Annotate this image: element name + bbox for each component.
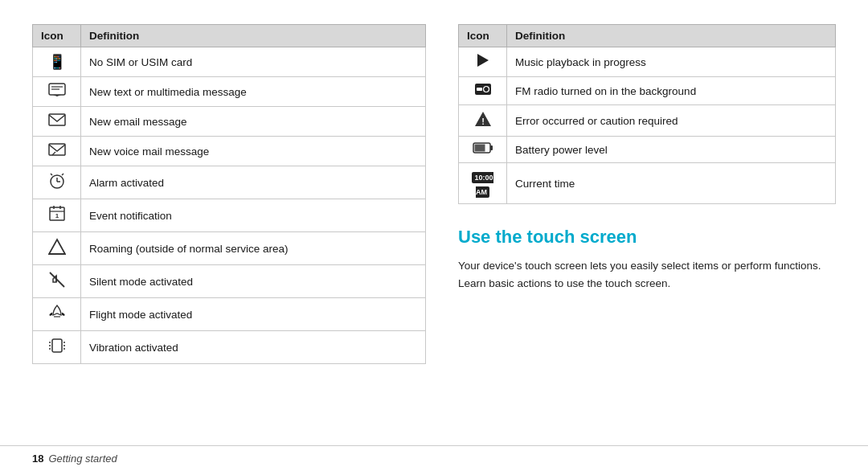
def-radio: FM radio turned on in the background <box>507 77 836 105</box>
def-alarm: Alarm activated <box>81 166 426 199</box>
left-col-definition: Definition <box>81 25 426 47</box>
svg-rect-33 <box>490 145 493 150</box>
table-row: ! Error occurred or caution required <box>459 105 836 137</box>
svg-line-17 <box>50 272 64 287</box>
def-sms: New text or multimedia message <box>81 77 426 107</box>
footer-page-number: 18 <box>32 453 43 465</box>
icon-vibration <box>33 331 81 364</box>
def-event: Event notification <box>81 199 426 232</box>
table-row: New voice mail message <box>33 137 426 166</box>
icon-voicemail <box>33 137 81 166</box>
left-col-icon: Icon <box>33 25 81 47</box>
table-row: Battery power level <box>459 137 836 163</box>
right-panel: Icon Definition Music playback in progre… <box>458 24 836 429</box>
icon-silent <box>33 265 81 298</box>
svg-rect-28 <box>477 88 482 91</box>
table-row: FM radio turned on in the background <box>459 77 836 105</box>
svg-marker-25 <box>477 54 489 67</box>
def-no-sim: No SIM or USIM card <box>81 47 426 77</box>
left-icon-table-panel: Icon Definition 📱 No SIM or USIM card <box>32 24 426 429</box>
footer-section-label: Getting started <box>48 453 117 465</box>
icon-sms <box>33 77 81 107</box>
svg-rect-18 <box>52 339 62 352</box>
def-error: Error occurred or caution required <box>507 105 836 137</box>
table-row: Vibration activated <box>33 331 426 364</box>
table-row: Silent mode activated <box>33 265 426 298</box>
table-row: Flight mode activated <box>33 298 426 331</box>
icon-event: 1 <box>33 199 81 232</box>
def-silent: Silent mode activated <box>81 265 426 298</box>
right-icon-table: Icon Definition Music playback in progre… <box>458 24 836 204</box>
table-row: 1 Event notification <box>33 199 426 232</box>
table-row: 10:00 AM Current time <box>459 163 836 204</box>
def-music: Music playback in progress <box>507 47 836 77</box>
svg-marker-16 <box>49 240 65 254</box>
icon-warning: ! <box>459 105 507 137</box>
table-row: Music playback in progress <box>459 47 836 77</box>
svg-rect-4 <box>49 144 65 155</box>
svg-line-10 <box>62 174 63 175</box>
def-time: Current time <box>507 163 836 204</box>
icon-flight <box>33 298 81 331</box>
icon-alarm <box>33 166 81 199</box>
def-vibration: Vibration activated <box>81 331 426 364</box>
table-row: 📱 No SIM or USIM card <box>33 47 426 77</box>
def-voicemail: New voice mail message <box>81 137 426 166</box>
icon-sim: 📱 <box>33 47 81 77</box>
table-row: Roaming (outside of normal service area) <box>33 232 426 265</box>
def-battery: Battery power level <box>507 137 836 163</box>
svg-rect-3 <box>49 114 65 125</box>
right-col-definition: Definition <box>507 25 836 47</box>
icon-time: 10:00 AM <box>459 163 507 204</box>
right-col-icon: Icon <box>459 25 507 47</box>
def-email: New email message <box>81 107 426 137</box>
table-row: New text or multimedia message <box>33 77 426 107</box>
touch-screen-body: Your device's touch screen lets you easi… <box>458 257 836 292</box>
touch-screen-title: Use the touch screen <box>458 227 836 248</box>
icon-play <box>459 47 507 77</box>
svg-text:1: 1 <box>55 212 59 219</box>
svg-rect-32 <box>474 145 485 152</box>
left-icon-table: Icon Definition 📱 No SIM or USIM card <box>32 24 426 364</box>
touch-screen-section: Use the touch screen Your device's touch… <box>458 227 836 292</box>
footer: 18 Getting started <box>0 445 868 471</box>
right-icon-table-wrapper: Icon Definition Music playback in progre… <box>458 24 836 204</box>
def-roaming: Roaming (outside of normal service area) <box>81 232 426 265</box>
def-flight: Flight mode activated <box>81 298 426 331</box>
table-row: New email message <box>33 107 426 137</box>
icon-radio <box>459 77 507 105</box>
icon-roaming <box>33 232 81 265</box>
table-row: Alarm activated <box>33 166 426 199</box>
svg-line-9 <box>51 174 52 175</box>
icon-battery <box>459 137 507 163</box>
icon-email <box>33 107 81 137</box>
svg-text:!: ! <box>481 117 485 126</box>
